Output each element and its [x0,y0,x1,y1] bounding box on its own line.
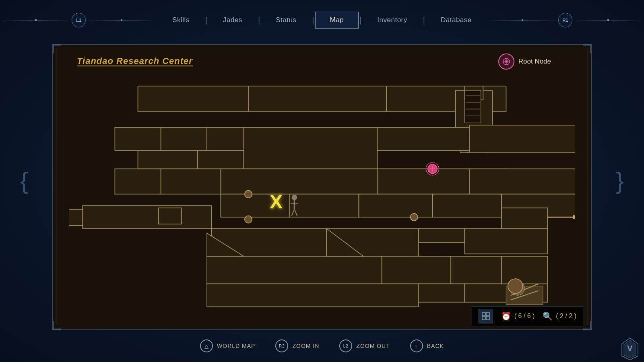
svg-rect-20 [161,169,221,194]
tab-database[interactable]: Database [426,12,487,29]
root-node-indicator: Root Node [498,53,551,70]
world-map-icon: △ [200,339,213,352]
svg-rect-73 [486,313,489,316]
world-map-button[interactable]: △ WORLD MAP [200,339,255,352]
svg-rect-4 [138,86,248,111]
root-node-label: Root Node [518,58,551,66]
back-button[interactable]: ○ BACK [410,339,444,352]
sep3: | [312,16,314,25]
nav-line-right2 [572,20,644,21]
svg-rect-74 [482,317,485,320]
tab-map[interactable]: Map [315,12,359,29]
svg-point-66 [508,279,523,294]
svg-point-67 [292,195,297,200]
relic-icon: ⏰ [501,311,511,321]
svg-rect-21 [377,169,469,194]
right-bracket: } [616,169,624,193]
back-label: BACK [427,343,444,349]
svg-rect-16 [377,128,469,150]
tab-jades[interactable]: Jades [208,12,257,29]
svg-rect-44 [207,284,419,307]
relic-count-stat: ⏰ ( 6 / 6 ) [501,311,535,321]
svg-rect-19 [115,169,161,194]
svg-rect-10 [115,128,161,150]
svg-rect-36 [465,228,548,254]
left-bracket: { [20,169,28,193]
svg-rect-37 [502,208,547,228]
svg-rect-13 [138,150,198,169]
svg-marker-48 [573,215,575,219]
r1-button[interactable]: R1 [558,13,573,27]
svg-rect-28 [83,206,211,228]
zoom-out-button[interactable]: L2 ZOOM OUT [339,339,390,352]
svg-rect-17 [469,125,575,153]
zoom-out-icon: L2 [339,339,352,352]
svg-rect-11 [161,128,207,150]
svg-rect-15 [244,128,378,169]
nav-line-left2 [86,20,157,21]
l1-button[interactable]: L1 [72,13,86,27]
svg-rect-75 [486,317,489,320]
tab-status[interactable]: Status [261,12,311,29]
svg-point-64 [245,216,252,223]
nav-line-right1 [487,20,558,21]
zoom-out-label: ZOOM OUT [356,343,390,349]
sep4: | [359,16,361,25]
zoom-in-icon: R2 [275,339,288,352]
map-container: Tiandao Research Center Root Node .room … [52,44,592,330]
discovery-count-stat: 🔍 ( 2 / 2 ) [543,311,576,321]
nav-tabs: Skills | Jades | Status | Map | Inventor… [157,12,487,29]
svg-rect-72 [482,313,485,316]
tab-skills[interactable]: Skills [157,12,204,29]
svg-rect-38 [207,256,382,284]
svg-point-65 [411,214,418,221]
svg-rect-43 [502,256,547,284]
sep5: | [423,16,425,25]
svg-rect-30 [69,209,83,225]
svg-rect-35 [419,228,464,242]
nav-line-left [0,20,72,21]
svg-point-63 [245,190,252,197]
top-navigation: L1 Skills | Jades | Status | Map | Inven… [0,0,644,40]
svg-text:V: V [627,344,633,353]
map-location-title: Tiandao Research Center [77,56,193,66]
world-map-label: WORLD MAP [217,343,255,349]
frame-right: } [596,169,644,193]
svg-rect-26 [432,194,502,217]
svg-rect-41 [419,284,464,302]
sep1: | [205,16,207,25]
svg-rect-22 [469,169,575,194]
discovery-count-value: ( 2 / 2 ) [556,313,576,320]
discovery-icon: 🔍 [543,311,553,321]
floor-plan-svg: .room { fill: #2a1e0e; stroke: #a09060; … [69,77,575,325]
minimap-toggle-button[interactable] [479,309,493,323]
bottom-controls: △ WORLD MAP R2 ZOOM IN L2 ZOOM OUT ○ BAC… [0,334,644,358]
svg-rect-25 [359,194,432,217]
minimap-status-bar: ⏰ ( 6 / 6 ) 🔍 ( 2 / 2 ) [472,306,583,326]
tab-inventory[interactable]: Inventory [362,12,422,29]
zoom-in-button[interactable]: R2 ZOOM IN [275,339,319,352]
player-marker: X [270,191,283,213]
svg-rect-5 [248,86,386,111]
svg-rect-14 [198,150,244,169]
relic-count-value: ( 6 / 6 ) [514,313,535,320]
frame-left: { [0,169,48,193]
game-logo: V [620,336,640,360]
svg-rect-24 [290,194,359,217]
svg-rect-49 [159,208,182,224]
sep2: | [258,16,260,25]
back-icon: ○ [410,339,423,352]
zoom-in-label: ZOOM IN [292,343,319,349]
svg-rect-39 [382,256,451,284]
root-node-icon [498,53,514,70]
